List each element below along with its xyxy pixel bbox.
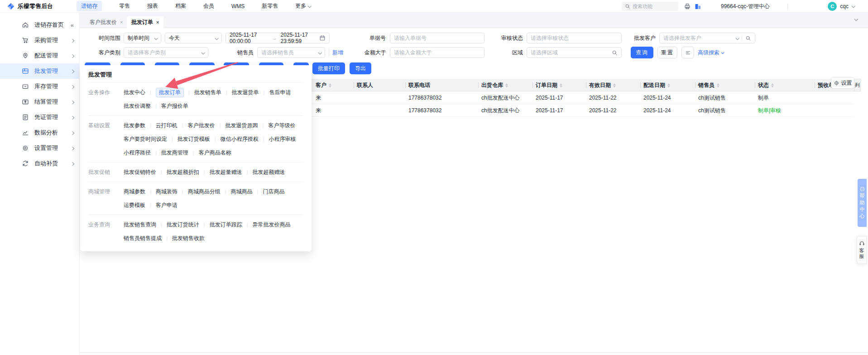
chevron-right-icon[interactable]	[71, 83, 74, 90]
sort-icon[interactable]	[560, 83, 562, 87]
chevron-right-icon[interactable]	[71, 130, 74, 136]
sidebar-item-settings[interactable]: 设置管理	[0, 140, 79, 156]
printer-icon[interactable]	[684, 3, 691, 10]
org-switcher[interactable]: 99664-cqc-管理中心	[721, 0, 770, 13]
menu-item-小程序路径[interactable]: 小程序路径	[124, 149, 151, 157]
chevron-right-icon[interactable]	[71, 114, 74, 120]
time-type-select[interactable]: 制单时间	[124, 33, 161, 43]
help-center-floater[interactable]: 帮助中心	[858, 179, 867, 227]
menu-item-批发退货原因[interactable]: 批发退货原因	[225, 122, 258, 130]
salesman-add-link[interactable]: 新增	[332, 47, 343, 58]
menu-item-客户报价单[interactable]: 客户报价单	[161, 102, 188, 110]
query-button[interactable]: 查询	[631, 47, 653, 58]
sort-icon[interactable]	[613, 83, 616, 87]
audit-status-select[interactable]	[527, 33, 622, 43]
menu-item-运费模板[interactable]: 运费模板	[124, 201, 145, 209]
sidebar-item-wholesale[interactable]: 批发管理	[0, 63, 79, 79]
menu-item-批发促销特价[interactable]: 批发促销特价	[124, 168, 156, 176]
customer-category-select[interactable]: 请选择客户类别	[124, 47, 208, 58]
header-cell-customer[interactable]: 客户	[316, 79, 331, 91]
global-search-input[interactable]	[633, 4, 671, 9]
region-search-icon[interactable]	[612, 50, 618, 56]
doc-no-input[interactable]	[390, 33, 484, 43]
sort-icon[interactable]	[771, 83, 774, 87]
nav-item-新零售[interactable]: 新零售	[262, 2, 278, 10]
region-select[interactable]	[527, 47, 622, 58]
user-menu[interactable]: C cqc	[828, 0, 854, 13]
amount-input-field[interactable]	[394, 49, 480, 56]
menu-item-批发中心[interactable]: 批发中心	[124, 89, 145, 96]
menu-item-批发订单[interactable]: 批发订单	[156, 88, 184, 97]
amount-input[interactable]	[390, 47, 484, 58]
menu-item-门店商品[interactable]: 门店商品	[263, 188, 284, 196]
sort-icon[interactable]	[717, 83, 719, 87]
menu-item-商城商品[interactable]: 商城商品	[231, 188, 253, 196]
sort-icon[interactable]	[667, 83, 670, 87]
chevron-right-icon[interactable]	[71, 145, 74, 151]
time-preset-select[interactable]: 今天	[165, 33, 222, 43]
header-cell-order_date[interactable]: 订单日期	[536, 79, 562, 91]
menu-item-批发销售单[interactable]: 批发销售单	[194, 89, 221, 96]
chevron-right-icon[interactable]	[71, 99, 74, 105]
menu-item-批发销售查询[interactable]: 批发销售查询	[124, 221, 156, 229]
sidebar-item-analytics[interactable]: 数据分析	[0, 125, 79, 140]
menu-item-客户批发价[interactable]: 客户批发价	[188, 122, 215, 130]
menu-item-商城商品分组[interactable]: 商城商品分组	[188, 188, 221, 196]
sidebar-item-inventory[interactable]: 库存管理	[0, 79, 79, 94]
sidebar-collapse-icon[interactable]: «	[71, 22, 74, 29]
tab-list-chevron-icon[interactable]	[854, 17, 858, 21]
sidebar-item-delivery[interactable]: 配送管理	[0, 48, 79, 63]
header-cell-delivery_date[interactable]: 配送日期	[643, 79, 670, 91]
table-settings-button[interactable]: 设置	[831, 77, 854, 89]
menu-item-批发超量赠送[interactable]: 批发超量赠送	[210, 168, 242, 176]
column-config-tab[interactable]: 列	[854, 79, 861, 91]
menu-item-批发参数[interactable]: 批发参数	[124, 122, 145, 130]
chevron-right-icon[interactable]	[71, 68, 74, 74]
menu-item-售后申请[interactable]: 售后申请	[269, 89, 291, 96]
menu-item-批发订单跟踪[interactable]: 批发订单跟踪	[210, 221, 242, 229]
doc-no-input-field[interactable]	[394, 35, 480, 41]
customer-search-icon[interactable]	[745, 35, 751, 41]
close-icon[interactable]: ×	[156, 19, 159, 25]
menu-item-云打印机[interactable]: 云打印机	[156, 122, 177, 130]
nav-item-WMS[interactable]: WMS	[231, 3, 245, 10]
menu-item-商城参数[interactable]: 商城参数	[124, 188, 145, 196]
filter-settings-button[interactable]	[681, 47, 694, 58]
menu-item-批发订货统计[interactable]: 批发订货统计	[167, 221, 199, 229]
menu-item-微信小程序授权[interactable]: 微信小程序授权	[221, 135, 259, 143]
menu-item-客户商品名称[interactable]: 客户商品名称	[199, 149, 231, 157]
menu-item-批发销售收款[interactable]: 批发销售收款	[172, 235, 205, 242]
tab-wholesale-order[interactable]: 批发订单 ×	[127, 16, 163, 28]
header-cell-contact[interactable]: 联系人	[357, 79, 373, 91]
header-cell-warehouse[interactable]: 出货仓库	[481, 79, 508, 91]
table-row[interactable]: 来17786378032ch批发配送中心2025-11-172025-11-22…	[311, 91, 854, 104]
nav-item-报表[interactable]: 报表	[147, 2, 158, 10]
nav-item-会员[interactable]: 会员	[203, 2, 214, 10]
sidebar-item-replenish[interactable]: 自动补货	[0, 156, 79, 171]
nav-item-零售[interactable]: 零售	[119, 2, 130, 10]
menu-item-异常批发价商品[interactable]: 异常批发价商品	[253, 221, 291, 229]
region-input-field[interactable]	[531, 49, 612, 56]
menu-item-批发订货模板[interactable]: 批发订货模板	[177, 135, 210, 143]
salesman-select[interactable]: 请选择销售员	[257, 47, 325, 58]
global-search[interactable]	[622, 2, 678, 11]
close-icon[interactable]: ×	[120, 19, 123, 25]
batch-print-button[interactable]: 批量打印	[312, 62, 345, 74]
sort-icon[interactable]	[505, 83, 508, 87]
header-cell-valid_date[interactable]: 有效日期	[589, 79, 616, 91]
customer-service-floater[interactable]: 客服	[857, 236, 867, 264]
menu-item-客户等级价[interactable]: 客户等级价	[268, 122, 295, 130]
nav-item-更多[interactable]: 更多	[295, 2, 311, 10]
menu-item-客户要货时间设定[interactable]: 客户要货时间设定	[124, 135, 167, 143]
reset-button[interactable]: 重置	[657, 47, 677, 58]
chevron-right-icon[interactable]	[71, 160, 74, 167]
header-cell-status[interactable]: 状态	[758, 79, 774, 91]
menu-item-小程序审核[interactable]: 小程序审核	[269, 135, 296, 143]
menu-item-销售员销售提成[interactable]: 销售员销售提成	[124, 235, 162, 242]
chevron-right-icon[interactable]	[71, 53, 74, 59]
nav-item-进销存[interactable]: 进销存	[77, 1, 102, 11]
date-range-picker[interactable]: 2025-11-17 00:00:00 → 2025-11-17 23:59:5…	[225, 33, 330, 43]
header-cell-salesman[interactable]: 销售员	[698, 79, 719, 91]
menu-item-批发超额折扣[interactable]: 批发超额折扣	[167, 168, 199, 176]
menu-item-商城装饰[interactable]: 商城装饰	[156, 188, 177, 196]
